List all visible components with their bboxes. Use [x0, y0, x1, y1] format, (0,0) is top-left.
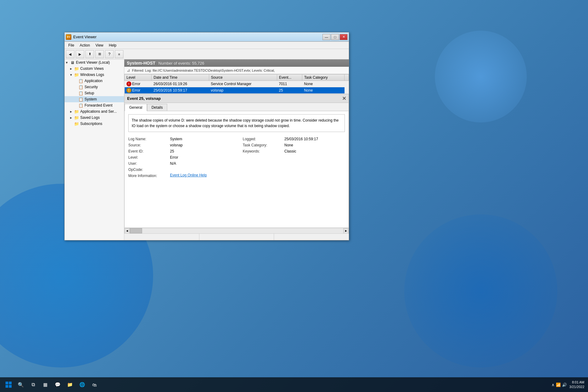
up-button[interactable]: ⬆ — [85, 50, 94, 58]
clock-time: 8:01 AM — [569, 380, 584, 385]
user-value: N/A — [170, 161, 176, 166]
log-name-label: Log Name: — [128, 136, 168, 142]
table-row[interactable]: !Error 26/03/2016 01:19:26 Service Contr… — [125, 81, 349, 87]
forwarded-arrow — [74, 104, 78, 107]
tab-general[interactable]: General — [125, 104, 147, 111]
tab-details[interactable]: Details — [147, 104, 168, 111]
scroll-left-button[interactable]: ◄ — [124, 228, 130, 234]
volume-icon[interactable]: 🔊 — [562, 383, 567, 387]
custom-views-label: Custom Views — [80, 66, 104, 71]
sidebar-item-windows-logs[interactable]: ▼ 📁 Windows Logs — [65, 72, 124, 78]
menu-view[interactable]: View — [93, 43, 106, 48]
source-value: volsnap — [170, 142, 183, 148]
detail-message-box: The shadow copies of volume D: were dele… — [128, 114, 345, 132]
meta-task-category: Task Category: None — [243, 142, 345, 148]
system-icon: 📋 — [78, 97, 84, 102]
meta-user: User: N/A — [128, 161, 237, 166]
scroll-track[interactable] — [130, 228, 343, 233]
chat-button[interactable]: 💬 — [53, 380, 62, 390]
bottom-scrollbar[interactable]: ◄ ► — [124, 228, 349, 233]
bg-decoration-3 — [435, 31, 527, 123]
root-arrow: ▼ — [65, 61, 70, 64]
show-hide-console-button[interactable]: ⊞ — [95, 50, 104, 58]
sidebar-item-saved-logs[interactable]: ► 📁 Saved Logs — [65, 115, 124, 121]
application-arrow — [74, 79, 78, 83]
taskbar-clock[interactable]: 8:01 AM 3/21/2022 — [569, 380, 584, 390]
maximize-button[interactable]: □ — [331, 34, 339, 40]
logged-label: Logged: — [243, 136, 283, 142]
error-icon-2: ! — [126, 88, 131, 93]
sidebar-item-system[interactable]: 📋 System — [65, 96, 124, 102]
sidebar-item-root[interactable]: ▼ 🖥 Event Viewer (Local) — [65, 59, 124, 66]
meta-right: Logged: 25/03/2016 10:59:17 Task Categor… — [237, 136, 345, 179]
detail-close-button[interactable]: ✕ — [342, 96, 346, 101]
opcode-label: OpCode: — [128, 167, 168, 172]
menu-help[interactable]: Help — [107, 43, 119, 48]
network-icon[interactable]: 📶 — [556, 383, 561, 387]
meta-event-id: Event ID: 25 — [128, 149, 237, 154]
properties-button[interactable]: ≡ — [115, 50, 123, 58]
meta-more-info: More Information: Event Log Online Help — [128, 173, 237, 179]
widgets-button[interactable]: ▦ — [40, 380, 50, 390]
logged-value: 25/03/2016 10:59:17 — [285, 136, 318, 142]
minimize-button[interactable]: — — [322, 34, 330, 40]
detail-meta: Log Name: System Source: volsnap Event I… — [128, 136, 345, 179]
svg-rect-1 — [9, 382, 12, 384]
sidebar-item-apps-services[interactable]: ► 📁 Applications and Ser... — [65, 108, 124, 115]
svg-rect-0 — [6, 382, 8, 384]
svg-rect-3 — [9, 385, 12, 388]
col-level[interactable]: Level — [125, 74, 152, 81]
menu-action[interactable]: Action — [77, 43, 92, 48]
system-label: System — [85, 97, 97, 101]
panel-header: System-HOST Number of events: 55,726 — [124, 59, 349, 67]
event-table-wrapper[interactable]: Level Date and Time Source Event... Task… — [124, 74, 349, 94]
close-button[interactable]: ✕ — [340, 34, 348, 40]
edge-browser-button[interactable]: 🌐 — [77, 380, 87, 390]
filter-bar: ⊿ Filtered: Log: file://C:\Users\adminis… — [124, 67, 349, 74]
sidebar-item-security[interactable]: 📋 Security — [65, 84, 124, 90]
sidebar-item-custom-views[interactable]: ► 📁 Custom Views — [65, 66, 124, 72]
subscriptions-label: Subscriptions — [80, 122, 102, 126]
task-category-label: Task Category: — [243, 142, 283, 148]
menu-file[interactable]: File — [66, 43, 77, 48]
keywords-value: Classic — [285, 149, 296, 154]
status-bar — [124, 233, 349, 240]
col-source[interactable]: Source — [209, 74, 277, 81]
col-event[interactable]: Event... — [277, 74, 302, 81]
start-button[interactable] — [4, 380, 13, 390]
forward-button[interactable]: ► — [76, 50, 84, 58]
sidebar-item-subscriptions[interactable]: 📁 Subscriptions — [65, 121, 124, 127]
level-value: Error — [170, 155, 178, 160]
detail-content: The shadow copies of volume D: were dele… — [125, 111, 349, 228]
sidebar-item-application[interactable]: 📋 Application — [65, 78, 124, 84]
setup-label: Setup — [85, 91, 94, 95]
task-view-button[interactable]: ⧉ — [28, 380, 38, 390]
scroll-thumb[interactable] — [130, 228, 142, 233]
more-info-link[interactable]: Event Log Online Help — [170, 173, 207, 179]
help-button[interactable]: ? — [105, 50, 114, 58]
clock-date: 3/21/2022 — [569, 385, 584, 389]
root-label: Event Viewer (Local) — [76, 60, 110, 65]
apps-services-icon: 📁 — [74, 109, 79, 114]
event-table: Level Date and Time Source Event... Task… — [124, 74, 349, 94]
back-button[interactable]: ◄ — [66, 50, 74, 58]
sidebar-item-forwarded-event[interactable]: 📋 Forwarded Event — [65, 102, 124, 108]
scroll-right-button[interactable]: ► — [343, 228, 349, 234]
security-label: Security — [85, 85, 98, 89]
search-button[interactable]: 🔍 — [16, 380, 26, 390]
table-row[interactable]: !Error 25/03/2016 10:59:17 volsnap 25 No… — [125, 87, 349, 94]
sidebar-item-setup[interactable]: 📋 Setup — [65, 90, 124, 96]
row2-source: volsnap — [209, 87, 277, 94]
chevron-up-icon[interactable]: ∧ — [552, 383, 555, 387]
meta-log-name: Log Name: System — [128, 136, 237, 142]
col-datetime[interactable]: Date and Time — [152, 74, 209, 81]
col-task-category[interactable]: Task Category — [302, 74, 345, 81]
error-icon-1: ! — [126, 81, 131, 86]
file-explorer-button[interactable]: 📁 — [65, 380, 75, 390]
root-icon: 🖥 — [70, 60, 75, 65]
forwarded-label: Forwarded Event — [85, 103, 112, 107]
detail-panel: Event 25, volsnap ✕ General Details The … — [124, 94, 349, 228]
forwarded-icon: 📋 — [78, 103, 84, 108]
store-button[interactable]: 🛍 — [89, 380, 99, 390]
title-bar: EV Event Viewer — □ ✕ — [65, 32, 349, 42]
